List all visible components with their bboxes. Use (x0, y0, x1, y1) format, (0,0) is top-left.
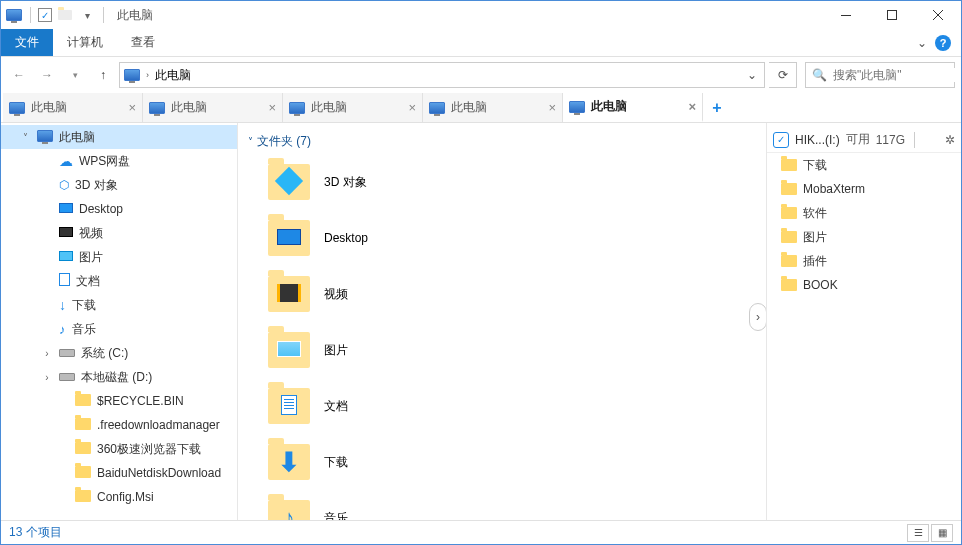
preview-item-label: 图片 (803, 229, 827, 246)
collapse-icon[interactable]: ˅ (19, 132, 31, 143)
ribbon-expand-icon[interactable]: ⌄ (917, 36, 927, 50)
tab-close-icon[interactable]: × (128, 100, 136, 115)
preview-item[interactable]: BOOK (767, 273, 961, 297)
nav-item[interactable]: 图片 (1, 245, 237, 269)
folder-icon: ⬇ (268, 444, 310, 480)
document-tab[interactable]: 此电脑× (3, 93, 143, 122)
details-view-button[interactable]: ☰ (907, 524, 929, 542)
window-controls (823, 1, 961, 29)
preview-item-label: 插件 (803, 253, 827, 270)
nav-item[interactable]: ›系统 (C:) (1, 341, 237, 365)
nav-item[interactable]: Desktop (1, 197, 237, 221)
nav-item[interactable]: 视频 (1, 221, 237, 245)
folder-icon (781, 231, 797, 243)
address-chevron-icon[interactable]: › (146, 70, 149, 80)
nav-item-label: 音乐 (72, 321, 96, 338)
address-bar[interactable]: › 此电脑 ⌄ (119, 62, 765, 88)
help-icon[interactable]: ? (935, 35, 951, 51)
separator (30, 7, 31, 23)
expand-icon[interactable]: › (41, 348, 53, 359)
preview-item[interactable]: 下载 (767, 153, 961, 177)
folder-item[interactable]: 视频 (238, 266, 766, 322)
search-input[interactable] (833, 68, 962, 82)
preview-item[interactable]: MobaXterm (767, 177, 961, 201)
preview-item[interactable]: 图片 (767, 225, 961, 249)
nav-item-label: 本地磁盘 (D:) (81, 369, 152, 386)
nav-item[interactable]: $RECYCLE.BIN (1, 389, 237, 413)
shield-icon[interactable]: ✓ (773, 132, 789, 148)
document-tab[interactable]: 此电脑× (423, 93, 563, 122)
ribbon-tab-view[interactable]: 查看 (117, 29, 169, 56)
nav-item-icon (59, 226, 73, 240)
tab-close-icon[interactable]: × (408, 100, 416, 115)
preview-pane: ✓ HIK...(I:) 可用 117G ✲ 下载MobaXterm软件图片插件… (766, 123, 961, 520)
folder-label: 下载 (324, 454, 348, 471)
nav-item[interactable]: ˅此电脑 (1, 125, 237, 149)
search-box[interactable]: 🔍 (805, 62, 955, 88)
nav-item[interactable]: Config.Msi (1, 485, 237, 509)
preview-item[interactable]: 插件 (767, 249, 961, 273)
folder-item[interactable]: ♪音乐 (238, 490, 766, 520)
chevron-down-icon: ˅ (248, 136, 253, 147)
tab-close-icon[interactable]: × (688, 99, 696, 114)
preview-item[interactable]: 软件 (767, 201, 961, 225)
maximize-button[interactable] (869, 1, 915, 29)
nav-item[interactable]: ⬡3D 对象 (1, 173, 237, 197)
minimize-button[interactable] (823, 1, 869, 29)
folder-icon (268, 388, 310, 424)
separator (103, 7, 104, 23)
nav-item[interactable]: ›本地磁盘 (D:) (1, 365, 237, 389)
nav-item-icon: ☁ (59, 153, 73, 169)
nav-item[interactable]: .freedownloadmanager (1, 413, 237, 437)
folder-item[interactable]: 文档 (238, 378, 766, 434)
main-pane[interactable]: ˅ 文件夹 (7) 3D 对象Desktop视频图片文档⬇下载♪音乐 › (238, 123, 766, 520)
nav-item[interactable]: ↓下载 (1, 293, 237, 317)
ribbon-tab-file[interactable]: 文件 (1, 29, 53, 56)
nav-item-label: 此电脑 (59, 129, 95, 146)
preview-collapse-handle[interactable]: › (749, 303, 766, 331)
ribbon-tab-computer[interactable]: 计算机 (53, 29, 117, 56)
up-button[interactable]: ↑ (91, 63, 115, 87)
nav-item[interactable]: ☁WPS网盘 (1, 149, 237, 173)
address-icon (124, 69, 140, 81)
expand-icon[interactable]: › (41, 372, 53, 383)
pc-icon (9, 102, 25, 114)
icons-view-button[interactable]: ▦ (931, 524, 953, 542)
document-tab[interactable]: 此电脑× (563, 93, 703, 122)
folder-icon (781, 255, 797, 267)
refresh-button[interactable]: ⟳ (769, 62, 797, 88)
folder-item[interactable]: 3D 对象 (238, 154, 766, 210)
navigation-bar: ← → ▾ ↑ › 此电脑 ⌄ ⟳ 🔍 (1, 57, 961, 93)
navigation-pane[interactable]: ˅此电脑☁WPS网盘⬡3D 对象Desktop视频图片文档↓下载♪音乐›系统 (… (1, 123, 238, 520)
forward-button[interactable]: → (35, 63, 59, 87)
folder-icon (781, 159, 797, 171)
back-button[interactable]: ← (7, 63, 31, 87)
tab-close-icon[interactable]: × (268, 100, 276, 115)
new-tab-button[interactable]: + (703, 93, 731, 122)
folder-item[interactable]: Desktop (238, 210, 766, 266)
nav-item-icon: ⬡ (59, 178, 69, 192)
folder-icon (268, 332, 310, 368)
nav-item[interactable]: 360极速浏览器下载 (1, 437, 237, 461)
section-header-folders[interactable]: ˅ 文件夹 (7) (238, 129, 766, 154)
address-dropdown-icon[interactable]: ⌄ (742, 63, 760, 87)
nav-item-icon (59, 370, 75, 384)
folder-item[interactable]: ⬇下载 (238, 434, 766, 490)
gear-icon[interactable]: ✲ (945, 133, 955, 147)
nav-item[interactable]: ♪音乐 (1, 317, 237, 341)
recent-locations-dropdown[interactable]: ▾ (63, 63, 87, 87)
qat-new-folder-icon[interactable] (56, 6, 74, 24)
title-bar: ✓ ▾ 此电脑 (1, 1, 961, 29)
document-tab[interactable]: 此电脑× (283, 93, 423, 122)
tab-close-icon[interactable]: × (548, 100, 556, 115)
close-button[interactable] (915, 1, 961, 29)
nav-item[interactable]: BaiduNetdiskDownload (1, 461, 237, 485)
status-bar: 13 个项目 ☰ ▦ (1, 520, 961, 544)
folder-item[interactable]: 图片 (238, 322, 766, 378)
qat-properties-checkbox[interactable]: ✓ (38, 8, 52, 22)
nav-item[interactable]: 文档 (1, 269, 237, 293)
svg-rect-0 (841, 15, 851, 16)
document-tab[interactable]: 此电脑× (143, 93, 283, 122)
folder-label: 音乐 (324, 510, 348, 521)
qat-dropdown-icon[interactable]: ▾ (78, 6, 96, 24)
